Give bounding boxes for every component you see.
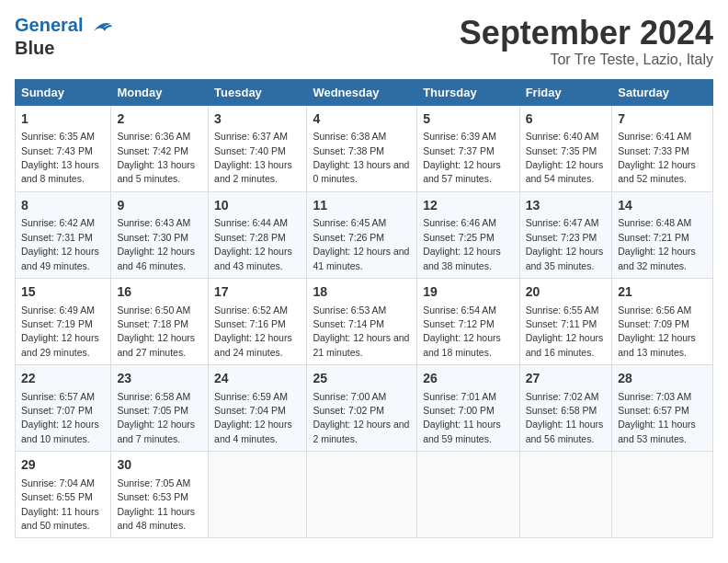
day-number: 30 <box>117 456 202 475</box>
col-header-friday: Friday <box>519 79 612 105</box>
day-number: 12 <box>423 197 513 215</box>
day-number: 2 <box>117 110 202 129</box>
daylight-text: Daylight: 12 hours and 13 minutes. <box>618 332 696 357</box>
sunset-text: Sunset: 7:09 PM <box>618 318 689 329</box>
calendar-cell: 26 Sunrise: 7:01 AM Sunset: 7:00 PM Dayl… <box>417 365 519 452</box>
day-number: 3 <box>214 110 301 129</box>
daylight-text: Daylight: 12 hours and 46 minutes. <box>117 246 195 270</box>
day-number: 14 <box>618 197 707 215</box>
sunrise-text: Sunrise: 6:40 AM <box>526 131 599 142</box>
day-number: 23 <box>117 370 202 388</box>
sunrise-text: Sunrise: 6:45 AM <box>313 217 386 228</box>
sunset-text: Sunset: 7:43 PM <box>21 145 93 156</box>
calendar-cell: 22 Sunrise: 6:57 AM Sunset: 7:07 PM Dayl… <box>16 365 111 452</box>
sunrise-text: Sunrise: 6:42 AM <box>21 217 95 228</box>
calendar-week-row: 29 Sunrise: 7:04 AM Sunset: 6:55 PM Dayl… <box>16 452 713 538</box>
sunset-text: Sunset: 6:57 PM <box>618 405 689 416</box>
day-number: 29 <box>21 456 105 475</box>
sunrise-text: Sunrise: 6:47 AM <box>526 217 599 228</box>
day-number: 22 <box>21 370 105 388</box>
sunrise-text: Sunrise: 6:44 AM <box>214 217 288 228</box>
sunset-text: Sunset: 7:14 PM <box>313 318 384 329</box>
sunset-text: Sunset: 7:02 PM <box>313 405 384 416</box>
sunrise-text: Sunrise: 7:02 AM <box>526 391 599 402</box>
calendar-cell: 20 Sunrise: 6:55 AM Sunset: 7:11 PM Dayl… <box>519 278 612 364</box>
calendar-cell: 1 Sunrise: 6:35 AM Sunset: 7:43 PM Dayli… <box>16 105 111 191</box>
calendar-cell: 29 Sunrise: 7:04 AM Sunset: 6:55 PM Dayl… <box>16 452 111 538</box>
daylight-text: Daylight: 12 hours and 54 minutes. <box>526 159 604 184</box>
sunset-text: Sunset: 7:38 PM <box>313 145 384 156</box>
sunrise-text: Sunrise: 7:05 AM <box>117 477 190 488</box>
calendar-cell: 21 Sunrise: 6:56 AM Sunset: 7:09 PM Dayl… <box>612 278 713 364</box>
calendar-cell: 6 Sunrise: 6:40 AM Sunset: 7:35 PM Dayli… <box>519 105 612 191</box>
day-number: 20 <box>526 283 607 302</box>
calendar-cell <box>307 452 417 538</box>
title-block: September 2024 Tor Tre Teste, Lazio, Ita… <box>460 15 713 68</box>
sunset-text: Sunset: 7:23 PM <box>526 232 597 243</box>
day-number: 19 <box>423 283 513 302</box>
daylight-text: Daylight: 12 hours and 27 minutes. <box>117 332 195 357</box>
day-number: 5 <box>423 110 513 129</box>
sunrise-text: Sunrise: 6:58 AM <box>117 391 190 402</box>
day-number: 15 <box>21 283 105 302</box>
sunset-text: Sunset: 7:00 PM <box>423 405 495 416</box>
day-number: 9 <box>117 197 202 215</box>
calendar-cell: 3 Sunrise: 6:37 AM Sunset: 7:40 PM Dayli… <box>209 105 307 191</box>
col-header-tuesday: Tuesday <box>209 79 307 105</box>
calendar-header-row: SundayMondayTuesdayWednesdayThursdayFrid… <box>16 79 713 105</box>
logo-bird-icon <box>90 16 112 38</box>
sunrise-text: Sunrise: 7:04 AM <box>21 477 95 488</box>
calendar-cell: 12 Sunrise: 6:46 AM Sunset: 7:25 PM Dayl… <box>417 191 519 278</box>
sunrise-text: Sunrise: 6:43 AM <box>117 217 190 228</box>
day-number: 11 <box>313 197 411 215</box>
calendar-cell <box>612 452 713 538</box>
calendar-cell: 7 Sunrise: 6:41 AM Sunset: 7:33 PM Dayli… <box>612 105 713 191</box>
calendar-cell <box>519 452 612 538</box>
calendar-cell: 10 Sunrise: 6:44 AM Sunset: 7:28 PM Dayl… <box>209 191 307 278</box>
calendar-cell: 8 Sunrise: 6:42 AM Sunset: 7:31 PM Dayli… <box>16 191 111 278</box>
daylight-text: Daylight: 12 hours and 21 minutes. <box>313 332 409 357</box>
day-number: 24 <box>214 370 301 388</box>
daylight-text: Daylight: 13 hours and 5 minutes. <box>117 159 195 184</box>
calendar-week-row: 1 Sunrise: 6:35 AM Sunset: 7:43 PM Dayli… <box>16 105 713 191</box>
sunset-text: Sunset: 7:05 PM <box>117 405 188 416</box>
calendar-cell: 16 Sunrise: 6:50 AM Sunset: 7:18 PM Dayl… <box>111 278 209 364</box>
sunset-text: Sunset: 7:25 PM <box>423 232 495 243</box>
day-number: 6 <box>526 110 607 129</box>
calendar-cell <box>417 452 519 538</box>
col-header-wednesday: Wednesday <box>307 79 417 105</box>
calendar-cell: 27 Sunrise: 7:02 AM Sunset: 6:58 PM Dayl… <box>519 365 612 452</box>
sunrise-text: Sunrise: 6:53 AM <box>313 304 386 316</box>
sunrise-text: Sunrise: 6:37 AM <box>214 131 288 142</box>
sunrise-text: Sunrise: 6:55 AM <box>526 304 599 316</box>
sunrise-text: Sunrise: 6:48 AM <box>618 217 691 228</box>
col-header-monday: Monday <box>111 79 209 105</box>
sunrise-text: Sunrise: 6:59 AM <box>214 391 288 402</box>
daylight-text: Daylight: 12 hours and 43 minutes. <box>214 246 292 270</box>
daylight-text: Daylight: 12 hours and 10 minutes. <box>21 419 99 443</box>
calendar-cell: 13 Sunrise: 6:47 AM Sunset: 7:23 PM Dayl… <box>519 191 612 278</box>
sunset-text: Sunset: 7:40 PM <box>214 145 286 156</box>
sunrise-text: Sunrise: 7:00 AM <box>313 391 386 402</box>
daylight-text: Daylight: 12 hours and 4 minutes. <box>214 419 292 443</box>
sunset-text: Sunset: 7:30 PM <box>117 232 188 243</box>
daylight-text: Daylight: 12 hours and 7 minutes. <box>117 419 195 443</box>
day-number: 25 <box>313 370 411 388</box>
logo: General Blue <box>15 15 112 58</box>
day-number: 1 <box>21 110 105 129</box>
col-header-saturday: Saturday <box>612 79 713 105</box>
daylight-text: Daylight: 12 hours and 16 minutes. <box>526 332 604 357</box>
sunrise-text: Sunrise: 6:56 AM <box>618 304 691 316</box>
day-number: 17 <box>214 283 301 302</box>
calendar-cell: 24 Sunrise: 6:59 AM Sunset: 7:04 PM Dayl… <box>209 365 307 452</box>
daylight-text: Daylight: 11 hours and 53 minutes. <box>618 419 696 443</box>
sunrise-text: Sunrise: 6:49 AM <box>21 304 95 316</box>
sunrise-text: Sunrise: 6:57 AM <box>21 391 95 402</box>
day-number: 10 <box>214 197 301 215</box>
daylight-text: Daylight: 12 hours and 35 minutes. <box>526 246 604 270</box>
sunrise-text: Sunrise: 6:39 AM <box>423 131 496 142</box>
calendar-cell: 15 Sunrise: 6:49 AM Sunset: 7:19 PM Dayl… <box>16 278 111 364</box>
sunset-text: Sunset: 6:55 PM <box>21 491 93 502</box>
day-number: 8 <box>21 197 105 215</box>
calendar-cell: 18 Sunrise: 6:53 AM Sunset: 7:14 PM Dayl… <box>307 278 417 364</box>
